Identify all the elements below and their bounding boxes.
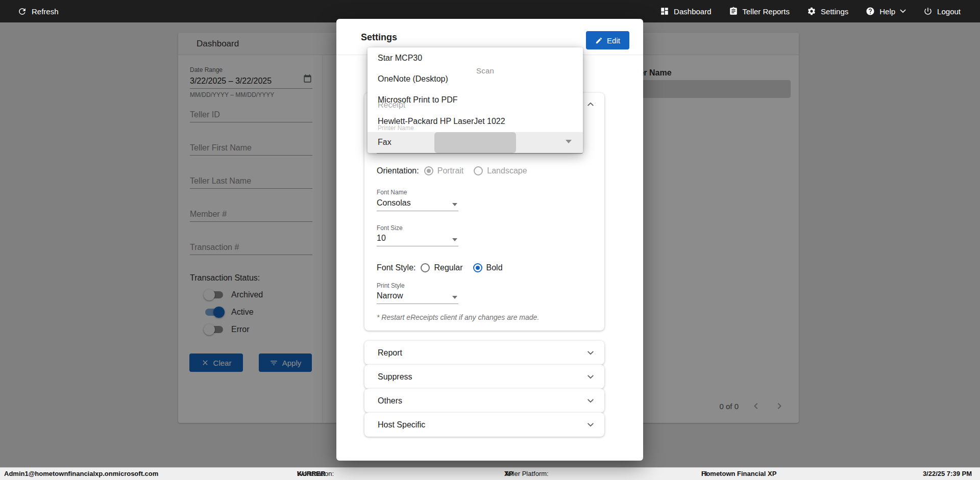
bold-radio[interactable]	[473, 263, 482, 272]
dropdown-arrow-icon	[452, 238, 457, 241]
fi-value: Hometown Financial XP	[701, 468, 776, 480]
menu-item-star-mcp30[interactable]: Star MCP30	[368, 47, 583, 68]
refresh-label: Refresh	[32, 7, 59, 16]
nav-help[interactable]: Help	[866, 7, 906, 16]
nav-label: Dashboard	[674, 7, 711, 16]
suppress-section-title: Suppress	[378, 372, 412, 382]
dashboard-icon	[660, 7, 669, 16]
report-section-header[interactable]: Report	[364, 341, 604, 365]
font-name-label: Font Name	[377, 189, 407, 196]
print-style-label: Print Style	[377, 282, 405, 289]
dropdown-arrow-icon	[452, 296, 457, 299]
chevron-down-icon	[587, 423, 594, 427]
printer-name-select[interactable]	[377, 153, 582, 154]
current-datetime: 3/22/25 7:39 PM	[923, 468, 972, 480]
font-style-label: Font Style:	[377, 263, 415, 272]
menu-item-label: Hewlett-Packard HP LaserJet 1022	[378, 117, 505, 126]
help-icon	[866, 7, 875, 16]
settings-dialog: Settings Edit Scan Receipt Printer Name …	[336, 19, 643, 461]
nav-label: Teller Reports	[743, 7, 790, 16]
tab-scan[interactable]: Scan	[476, 66, 494, 75]
bold-label: Bold	[486, 263, 503, 272]
menu-item-hp-laserjet[interactable]: Hewlett-Packard HP LaserJet 1022	[368, 111, 583, 132]
section-report: Report	[364, 341, 604, 365]
refresh-icon	[17, 7, 27, 16]
font-size-select[interactable]: 10	[377, 232, 458, 246]
dropdown-arrow-icon	[566, 140, 572, 143]
statusbar: Admin1@hometownfinancialxp.onmicrosoft.c…	[0, 467, 980, 480]
font-style-row: Font Style: Regular Bold	[377, 261, 503, 274]
menu-item-label: Microsoft Print to PDF	[378, 95, 457, 105]
others-section-header[interactable]: Others	[364, 389, 604, 413]
refresh-button[interactable]: Refresh	[17, 7, 59, 16]
chevron-down-icon	[587, 399, 594, 403]
logged-in-user: Admin1@hometownfinancialxp.onmicrosoft.c…	[4, 468, 158, 480]
dropdown-arrow-icon	[452, 203, 457, 206]
platform-value: XP	[504, 468, 513, 480]
screen: Refresh Dashboard Teller Reports Setting…	[0, 0, 980, 480]
host-specific-section-header[interactable]: Host Specific	[364, 413, 604, 437]
orientation-label: Orientation:	[377, 166, 419, 175]
reports-icon	[729, 7, 738, 16]
nav-settings[interactable]: Settings	[807, 7, 848, 16]
nav-dashboard[interactable]: Dashboard	[660, 7, 711, 16]
power-icon	[923, 7, 933, 16]
pencil-icon	[595, 37, 603, 44]
edit-button[interactable]: Edit	[586, 31, 629, 49]
nav-label: Settings	[821, 7, 848, 16]
workstation-value: KURRER	[297, 468, 326, 480]
regular-label: Regular	[434, 263, 462, 272]
edit-label: Edit	[607, 36, 620, 45]
landscape-radio[interactable]	[474, 166, 483, 175]
portrait-radio[interactable]	[424, 166, 433, 175]
regular-radio[interactable]	[421, 263, 430, 272]
nav-label: Help	[879, 7, 895, 16]
print-style-value: Narrow	[377, 291, 403, 300]
chevron-down-icon	[587, 375, 594, 379]
section-host-specific: Host Specific	[364, 413, 604, 437]
menu-item-label: Star MCP30	[378, 54, 422, 63]
section-others: Others	[364, 389, 604, 413]
dialog-title: Settings	[361, 32, 397, 43]
font-size-value: 10	[377, 234, 386, 243]
restart-note: * Restart eReceipts client if any change…	[377, 313, 539, 321]
host-specific-section-title: Host Specific	[378, 420, 425, 430]
menu-item-label: Fax	[378, 138, 391, 147]
font-name-select[interactable]: Consolas	[377, 197, 458, 211]
chevron-up-icon	[587, 103, 594, 107]
nav-label: Logout	[937, 7, 961, 16]
menu-item-label: OneNote (Desktop)	[378, 74, 448, 84]
portrait-label: Portrait	[437, 166, 464, 175]
report-section-title: Report	[378, 348, 402, 358]
menu-item-onenote[interactable]: OneNote (Desktop)	[368, 68, 583, 89]
menu-item-fax[interactable]: Fax	[368, 132, 583, 153]
nav-logout[interactable]: Logout	[923, 7, 961, 16]
landscape-label: Landscape	[487, 166, 527, 175]
suppress-section-header[interactable]: Suppress	[364, 365, 604, 389]
printer-menu: Star MCP30 OneNote (Desktop) Microsoft P…	[368, 47, 583, 153]
gear-icon	[807, 7, 816, 16]
chevron-down-icon	[900, 9, 906, 13]
menu-item-print-to-pdf[interactable]: Microsoft Print to PDF	[368, 90, 583, 111]
orientation-row: Orientation: Portrait Landscape	[377, 164, 527, 178]
ripple-effect	[434, 132, 516, 153]
print-style-select[interactable]: Narrow	[377, 290, 458, 304]
others-section-title: Others	[378, 396, 402, 406]
section-suppress: Suppress	[364, 365, 604, 389]
font-name-value: Consolas	[377, 198, 411, 208]
font-size-label: Font Size	[377, 224, 403, 232]
nav-teller-reports[interactable]: Teller Reports	[729, 7, 790, 16]
chevron-down-icon	[587, 351, 594, 355]
